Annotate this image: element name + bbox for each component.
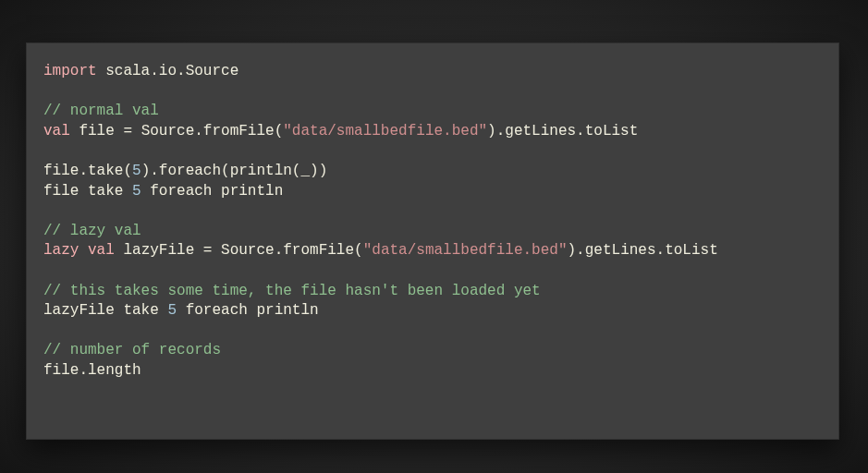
code-text: file = Source.fromFile( xyxy=(70,123,283,139)
comment-num-records: // number of records xyxy=(43,342,221,358)
keyword-val: val xyxy=(43,123,70,139)
code-text xyxy=(79,242,88,259)
code-text: ).getLines.toList xyxy=(487,123,638,139)
number-literal: 5 xyxy=(132,163,141,179)
code-text: ).getLines.toList xyxy=(568,242,718,259)
keyword-val: val xyxy=(88,242,115,259)
keyword-import: import xyxy=(43,63,97,79)
number-literal: 5 xyxy=(132,183,141,200)
code-text: ).foreach(println(_)) xyxy=(141,163,328,179)
code-text: file.length xyxy=(43,362,141,379)
string-literal: "data/smallbedfile.bed" xyxy=(283,123,487,139)
code-card: import scala.io.Source // normal val val… xyxy=(26,42,839,440)
keyword-lazy: lazy xyxy=(43,242,79,259)
comment-lazy-val: // lazy val xyxy=(43,223,141,239)
code-text: foreach println xyxy=(177,302,319,319)
code-text: file.take( xyxy=(43,163,132,179)
code-text: lazyFile = Source.fromFile( xyxy=(115,242,363,259)
comment-takes-time: // this takes some time, the file hasn't… xyxy=(43,283,541,299)
code-text: lazyFile take xyxy=(43,302,167,319)
code-text: file take xyxy=(43,183,132,200)
number-literal: 5 xyxy=(167,302,177,319)
comment-normal-val: // normal val xyxy=(43,103,159,119)
code-text: foreach println xyxy=(141,183,284,200)
string-literal: "data/smallbedfile.bed" xyxy=(363,242,568,259)
code-text: scala.io.Source xyxy=(97,63,239,79)
code-block: import scala.io.Source // normal val val… xyxy=(43,63,718,379)
